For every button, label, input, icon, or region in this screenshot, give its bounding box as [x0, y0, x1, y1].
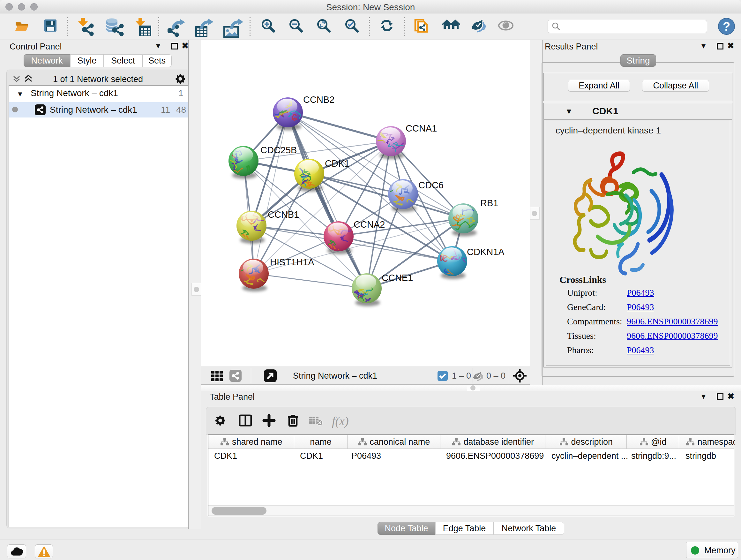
svg-text:CDC6: CDC6 — [418, 180, 444, 190]
svg-text:CCNA1: CCNA1 — [406, 123, 437, 133]
svg-text:CCNB2: CCNB2 — [303, 95, 334, 105]
svg-text:HIST1H1A: HIST1H1A — [270, 257, 314, 267]
svg-text:CCNB1: CCNB1 — [268, 209, 299, 220]
svg-text:CCNE1: CCNE1 — [382, 273, 413, 283]
svg-text:CCNA2: CCNA2 — [354, 219, 385, 230]
svg-text:CDK1: CDK1 — [325, 159, 349, 169]
svg-text:RB1: RB1 — [480, 198, 498, 208]
svg-text:CDC25B: CDC25B — [260, 145, 297, 155]
svg-text:CDKN1A: CDKN1A — [467, 247, 504, 257]
